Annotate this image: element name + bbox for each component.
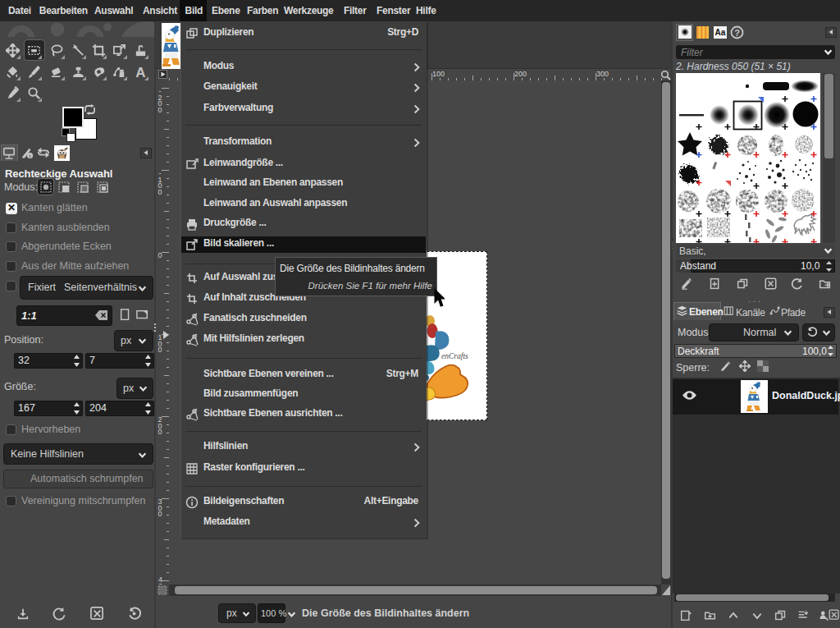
svg-text:i: i xyxy=(30,153,31,158)
svg-text:enCrafts: enCrafts xyxy=(441,352,468,360)
svg-text:?: ? xyxy=(734,28,740,38)
